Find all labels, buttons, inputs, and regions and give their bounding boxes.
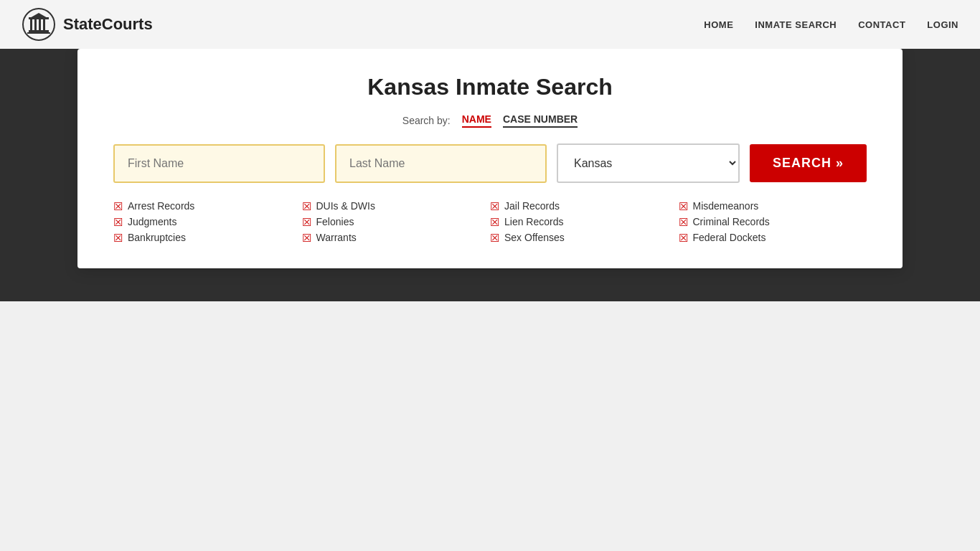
check-item: ☒Judgments (113, 216, 302, 227)
check-item: ☒Criminal Records (679, 216, 867, 227)
svg-rect-3 (30, 19, 32, 30)
check-item: ☒Federal Dockets (679, 232, 867, 243)
check-item: ☒Warrants (302, 232, 491, 243)
nav-contact[interactable]: CONTACT (858, 19, 905, 30)
check-icon: ☒ (490, 201, 499, 212)
nav-inmate-search[interactable]: INMATE SEARCH (755, 19, 837, 30)
last-name-input[interactable] (335, 144, 547, 183)
check-item: ☒Felonies (302, 216, 491, 227)
check-item: ☒Jail Records (490, 200, 679, 212)
site-header: StateCourts HOME INMATE SEARCH CONTACT L… (0, 0, 980, 49)
check-label: Bankruptcies (128, 232, 186, 243)
search-card: Kansas Inmate Search Search by: NAME CAS… (77, 49, 903, 268)
search-by-label: Search by: (402, 115, 451, 126)
check-label: Jail Records (504, 200, 560, 212)
nav-links: HOME INMATE SEARCH CONTACT LOGIN (704, 19, 958, 30)
state-select[interactable]: Kansas Alabama Alaska Arizona California… (557, 143, 740, 183)
check-label: Judgments (128, 216, 176, 227)
svg-rect-6 (43, 19, 45, 30)
check-item: ☒Lien Records (490, 216, 679, 227)
check-label: Federal Dockets (693, 232, 766, 243)
tab-name[interactable]: NAME (462, 113, 491, 128)
search-card-title: Kansas Inmate Search (113, 74, 867, 100)
check-label: Criminal Records (693, 216, 770, 227)
check-item: ☒Sex Offenses (490, 232, 679, 243)
check-label: Sex Offenses (504, 232, 565, 243)
tab-case-number[interactable]: CASE NUMBER (503, 113, 578, 128)
check-label: Arrest Records (128, 200, 194, 212)
logo-icon (22, 7, 56, 42)
check-icon: ☒ (302, 232, 311, 243)
check-label: DUIs & DWIs (316, 200, 375, 212)
checkboxes-grid: ☒Arrest Records☒DUIs & DWIs☒Jail Records… (113, 200, 867, 243)
logo-text: StateCourts (63, 15, 153, 34)
check-label: Lien Records (504, 216, 564, 227)
logo-area: StateCourts (22, 7, 153, 42)
check-icon: ☒ (113, 217, 123, 227)
svg-rect-1 (29, 30, 49, 32)
search-by-row: Search by: NAME CASE NUMBER (113, 113, 867, 128)
check-icon: ☒ (679, 217, 688, 227)
check-item: ☒Bankruptcies (113, 232, 302, 243)
check-icon: ☒ (302, 217, 311, 227)
svg-rect-2 (27, 32, 50, 34)
check-icon: ☒ (490, 232, 499, 243)
check-label: Misdemeanors (693, 200, 759, 212)
nav-home[interactable]: HOME (704, 19, 733, 30)
svg-rect-4 (34, 19, 37, 30)
check-icon: ☒ (679, 232, 688, 243)
search-button[interactable]: SEARCH » (750, 144, 867, 182)
first-name-input[interactable] (113, 144, 325, 183)
check-label: Warrants (316, 232, 357, 243)
search-inputs-row: Kansas Alabama Alaska Arizona California… (113, 143, 867, 183)
check-item: ☒DUIs & DWIs (302, 200, 491, 212)
check-icon: ☒ (113, 201, 123, 212)
check-icon: ☒ (302, 201, 311, 212)
check-item: ☒Arrest Records (113, 200, 302, 212)
svg-rect-8 (29, 17, 49, 19)
check-icon: ☒ (679, 201, 688, 212)
svg-rect-5 (39, 19, 41, 30)
check-icon: ☒ (490, 217, 499, 227)
check-item: ☒Misdemeanors (679, 200, 867, 212)
check-icon: ☒ (113, 232, 123, 243)
nav-login[interactable]: LOGIN (927, 19, 958, 30)
check-label: Felonies (316, 216, 354, 227)
state-select-wrapper: Kansas Alabama Alaska Arizona California… (557, 143, 740, 183)
